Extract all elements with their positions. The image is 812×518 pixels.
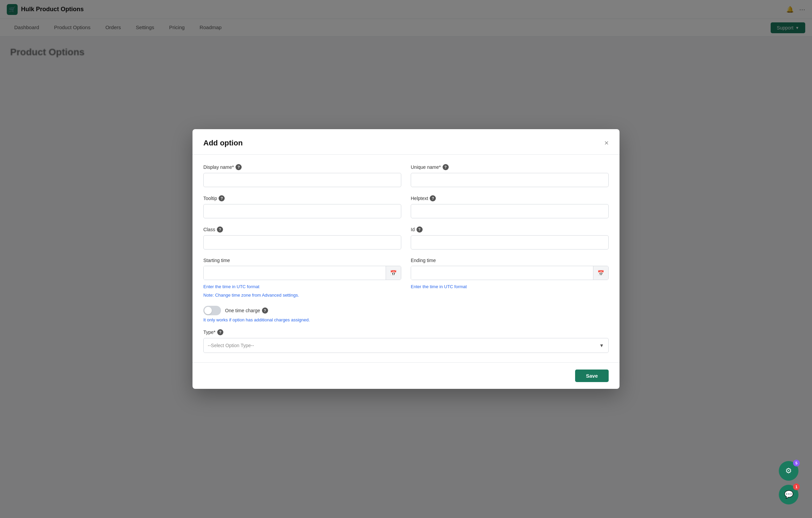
starting-time-label: Starting time xyxy=(203,258,401,263)
chat-settings-button[interactable]: ⚙ 5 xyxy=(779,461,798,481)
unique-name-help-icon[interactable]: ? xyxy=(443,164,449,170)
type-select-wrapper: --Select Option Type-- ▼ xyxy=(203,338,609,353)
one-time-charge-toggle[interactable] xyxy=(203,306,221,315)
helptext-group: Helptext ? xyxy=(411,195,609,218)
ending-time-input[interactable] xyxy=(411,266,593,280)
starting-time-input-wrapper: 📅 xyxy=(203,266,401,280)
helptext-help-icon[interactable]: ? xyxy=(430,195,436,201)
timezone-note: Note: Change time zone from Advanced set… xyxy=(203,293,401,298)
type-label: Type* ? xyxy=(203,329,609,335)
modal-close-button[interactable]: × xyxy=(604,139,609,147)
one-time-charge-help-icon[interactable]: ? xyxy=(262,307,268,314)
modal-header: Add option × xyxy=(192,129,620,155)
starting-time-calendar-button[interactable]: 📅 xyxy=(386,266,401,280)
one-time-charge-label: One time charge ? xyxy=(225,307,268,314)
helptext-input[interactable] xyxy=(411,204,609,218)
starting-time-hint: Enter the time in UTC format xyxy=(203,284,401,289)
type-help-icon[interactable]: ? xyxy=(217,329,223,335)
form-row-2: Tooltip ? Helptext ? xyxy=(203,195,609,218)
save-button[interactable]: Save xyxy=(575,370,609,382)
ending-time-group: Ending time 📅 Enter the time in UTC form… xyxy=(411,258,609,298)
modal-body: Display name* ? Unique name* ? Tooltip ? xyxy=(192,155,620,362)
class-label: Class ? xyxy=(203,226,401,233)
modal-footer: Save xyxy=(192,362,620,389)
toggle-track xyxy=(203,306,221,315)
starting-time-group: Starting time 📅 Enter the time in UTC fo… xyxy=(203,258,401,298)
helptext-label: Helptext ? xyxy=(411,195,609,201)
display-name-label: Display name* ? xyxy=(203,164,401,170)
type-select[interactable]: --Select Option Type-- xyxy=(203,338,609,353)
tooltip-group: Tooltip ? xyxy=(203,195,401,218)
ending-time-input-wrapper: 📅 xyxy=(411,266,609,280)
tooltip-label: Tooltip ? xyxy=(203,195,401,201)
unique-name-group: Unique name* ? xyxy=(411,164,609,187)
id-label: Id ? xyxy=(411,226,609,233)
id-input[interactable] xyxy=(411,235,609,250)
calendar-icon-2: 📅 xyxy=(597,270,604,276)
ending-time-label: Ending time xyxy=(411,258,609,263)
tooltip-help-icon[interactable]: ? xyxy=(219,195,225,201)
display-name-input[interactable] xyxy=(203,173,401,187)
id-group: Id ? xyxy=(411,226,609,250)
calendar-icon: 📅 xyxy=(390,270,397,276)
class-input[interactable] xyxy=(203,235,401,250)
one-time-charge-note: It only works if option has additional c… xyxy=(203,317,609,322)
unique-name-input[interactable] xyxy=(411,173,609,187)
chat-badge-2: 1 xyxy=(793,483,800,490)
class-help-icon[interactable]: ? xyxy=(217,226,223,233)
form-row-3: Class ? Id ? xyxy=(203,226,609,250)
ending-time-calendar-button[interactable]: 📅 xyxy=(593,266,608,280)
chat-widget: ⚙ 5 💬 1 xyxy=(779,461,798,504)
unique-name-label: Unique name* ? xyxy=(411,164,609,170)
ending-time-hint: Enter the time in UTC format xyxy=(411,284,609,289)
modal-title: Add option xyxy=(203,139,243,147)
chat-message-button[interactable]: 💬 1 xyxy=(779,485,798,504)
chat-settings-icon: ⚙ xyxy=(785,466,792,475)
starting-time-input[interactable] xyxy=(204,266,386,280)
id-help-icon[interactable]: ? xyxy=(417,226,423,233)
tooltip-input[interactable] xyxy=(203,204,401,218)
display-name-help-icon[interactable]: ? xyxy=(236,164,242,170)
one-time-charge-row: One time charge ? xyxy=(203,306,609,315)
form-row-1: Display name* ? Unique name* ? xyxy=(203,164,609,187)
chat-message-icon: 💬 xyxy=(784,490,793,499)
chat-badge-1: 5 xyxy=(793,460,800,466)
class-group: Class ? xyxy=(203,226,401,250)
form-row-4: Starting time 📅 Enter the time in UTC fo… xyxy=(203,258,609,298)
display-name-group: Display name* ? xyxy=(203,164,401,187)
add-option-modal: Add option × Display name* ? Unique name… xyxy=(192,129,620,389)
